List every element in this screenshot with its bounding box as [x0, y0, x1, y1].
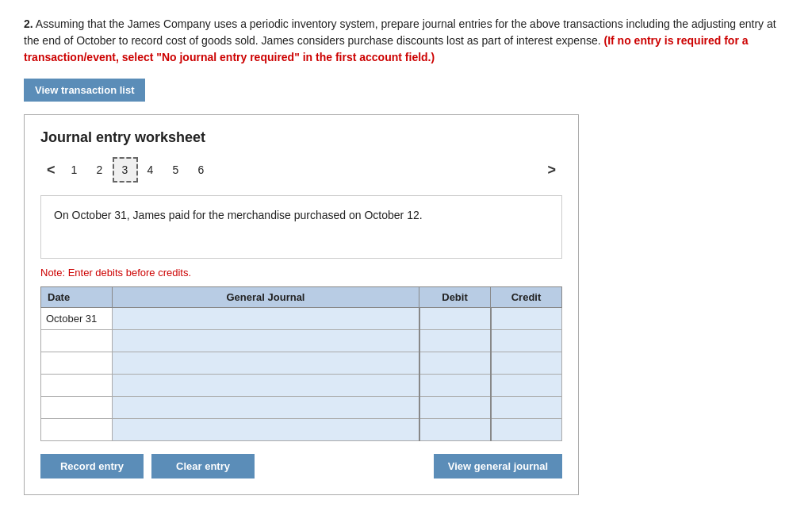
journal-input-6[interactable]: [117, 424, 414, 436]
debit-cell-6[interactable]: [419, 419, 491, 441]
table-row: [41, 330, 562, 352]
table-row: [41, 352, 562, 375]
nav-number-3[interactable]: 3: [113, 157, 138, 183]
col-header-date: Date: [41, 287, 113, 308]
debit-cell-3[interactable]: [419, 352, 491, 375]
worksheet-container: Journal entry worksheet < 1 2 3 4 5 6 > …: [24, 114, 579, 495]
debit-cell-4[interactable]: [419, 375, 491, 397]
nav-right-arrow[interactable]: >: [541, 160, 562, 180]
bottom-buttons: Record entry Clear entry View general jo…: [40, 454, 562, 478]
col-header-debit: Debit: [419, 287, 491, 308]
worksheet-title: Journal entry worksheet: [40, 129, 562, 146]
credit-cell-1[interactable]: [491, 308, 562, 330]
journal-cell-4[interactable]: [113, 375, 419, 397]
journal-table: Date General Journal Debit Credit Octobe…: [40, 286, 562, 441]
nav-number-6[interactable]: 6: [189, 157, 214, 183]
credit-input-2[interactable]: [496, 335, 557, 347]
table-row: October 31: [41, 308, 562, 330]
journal-cell-3[interactable]: [113, 352, 419, 375]
credit-input-3[interactable]: [496, 357, 557, 369]
debit-input-5[interactable]: [425, 402, 485, 413]
table-row: [41, 419, 562, 441]
view-general-journal-button[interactable]: View general journal: [434, 454, 562, 478]
date-cell-6: [41, 419, 113, 441]
date-cell-3: [41, 352, 113, 375]
description-box: On October 31, James paid for the mercha…: [40, 195, 562, 259]
debit-cell-2[interactable]: [419, 330, 491, 352]
col-header-general-journal: General Journal: [113, 287, 419, 308]
nav-number-2[interactable]: 2: [87, 157, 113, 183]
nav-number-1[interactable]: 1: [62, 157, 87, 183]
credit-input-5[interactable]: [496, 402, 557, 413]
nav-number-5[interactable]: 5: [163, 157, 189, 183]
nav-number-4[interactable]: 4: [138, 157, 163, 183]
question-text: 2. Assuming that the James Company uses …: [24, 16, 785, 66]
credit-cell-3[interactable]: [491, 352, 562, 375]
debit-input-1[interactable]: [425, 313, 485, 325]
credit-input-4[interactable]: [496, 379, 557, 391]
nav-row: < 1 2 3 4 5 6 >: [40, 157, 562, 183]
date-cell-1: October 31: [41, 308, 113, 330]
note-text: Note: Enter debits before credits.: [40, 267, 562, 279]
journal-input-3[interactable]: [117, 357, 414, 369]
record-entry-button[interactable]: Record entry: [40, 454, 144, 478]
clear-entry-button[interactable]: Clear entry: [151, 454, 255, 478]
table-row: [41, 397, 562, 419]
debit-cell-1[interactable]: [419, 308, 491, 330]
debit-input-3[interactable]: [425, 357, 485, 369]
table-row: [41, 375, 562, 397]
debit-input-6[interactable]: [425, 424, 485, 436]
journal-input-4[interactable]: [117, 379, 414, 391]
nav-left-arrow[interactable]: <: [40, 160, 62, 180]
journal-cell-1[interactable]: [113, 308, 419, 330]
journal-cell-2[interactable]: [113, 330, 419, 352]
credit-input-6[interactable]: [496, 424, 557, 436]
journal-input-2[interactable]: [117, 335, 414, 347]
date-cell-4: [41, 375, 113, 397]
date-cell-5: [41, 397, 113, 419]
date-cell-2: [41, 330, 113, 352]
journal-cell-6[interactable]: [113, 419, 419, 441]
debit-input-2[interactable]: [425, 335, 485, 347]
view-transaction-button[interactable]: View transaction list: [24, 79, 145, 102]
debit-input-4[interactable]: [425, 379, 485, 391]
journal-input-5[interactable]: [117, 402, 414, 413]
credit-cell-2[interactable]: [491, 330, 562, 352]
journal-input-1[interactable]: [117, 313, 414, 325]
debit-cell-5[interactable]: [419, 397, 491, 419]
journal-cell-5[interactable]: [113, 397, 419, 419]
question-number: 2.: [24, 17, 33, 30]
credit-cell-4[interactable]: [491, 375, 562, 397]
credit-input-1[interactable]: [496, 313, 557, 325]
col-header-credit: Credit: [491, 287, 562, 308]
credit-cell-6[interactable]: [491, 419, 562, 441]
credit-cell-5[interactable]: [491, 397, 562, 419]
